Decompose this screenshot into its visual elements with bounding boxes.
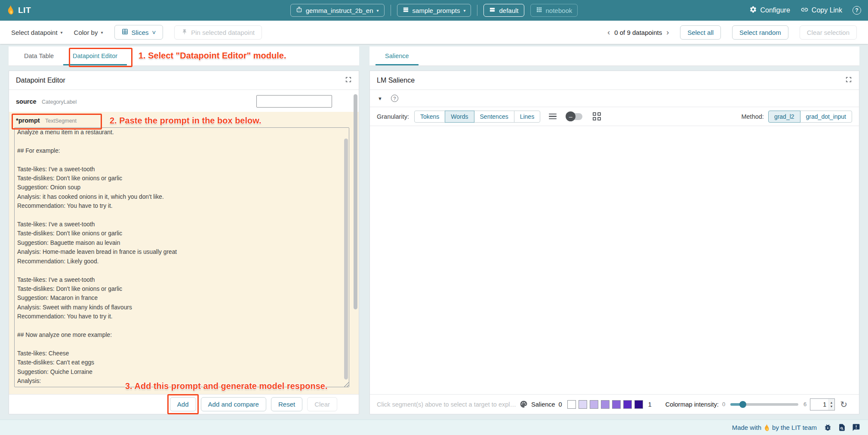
select-datapoint-menu[interactable]: Select datapoint ▾	[11, 29, 63, 36]
clear-button[interactable]: Clear	[307, 397, 337, 411]
palette-icon	[520, 400, 528, 408]
link-icon	[800, 6, 809, 15]
prompt-field-name: *prompt	[16, 117, 40, 124]
salience-label: Salience	[531, 401, 555, 408]
caret-down-icon: ▾	[61, 30, 63, 35]
left-tabstrip: Data Table Datapoint Editor 1. Select "D…	[9, 46, 359, 66]
datapoint-editor-body: source CategoryLabel *prompt TextSegment…	[9, 90, 359, 394]
bug-report-icon[interactable]	[824, 423, 832, 432]
colormap-swatch	[590, 400, 598, 409]
datapoint-editor-footer: Add Add and compare Reset Clear	[9, 394, 359, 414]
method-group: Method: grad_l2 grad_dot_input	[741, 111, 852, 123]
app-title: LIT	[18, 6, 31, 15]
dropdown-icon[interactable]: ▼	[378, 96, 382, 101]
number-stepper[interactable]: ▲ ▼	[828, 399, 834, 410]
colormap-intensity-slider[interactable]	[730, 403, 798, 406]
left-column: Data Table Datapoint Editor 1. Select "D…	[9, 46, 359, 414]
flame-icon	[7, 5, 14, 16]
salience-footer: Click segment(s) above to select a targe…	[370, 394, 859, 414]
add-and-compare-button[interactable]: Add and compare	[201, 397, 266, 411]
tab-data-table[interactable]: Data Table	[15, 46, 63, 65]
module-title: Datapoint Editor	[16, 77, 65, 84]
source-field-row: source CategoryLabel	[9, 90, 359, 112]
salience-swatches	[567, 400, 643, 409]
model-name: gemma_instruct_2b_en	[306, 7, 373, 14]
dataset-name: sample_prompts	[412, 7, 460, 14]
reset-intensity-icon[interactable]: ↻	[840, 400, 847, 409]
feedback-icon[interactable]	[852, 423, 860, 432]
select-random-button[interactable]: Select random	[732, 25, 788, 40]
right-tabstrip: Salience	[369, 46, 859, 66]
main-area: Data Table Datapoint Editor 1. Select "D…	[0, 44, 868, 420]
selection-toolbar: Select datapoint ▾ Color by ▾ Slices ˅ P…	[0, 21, 868, 44]
source-input[interactable]	[256, 95, 332, 108]
footer-credit: Made with by the LIT team	[732, 424, 817, 431]
top-bar-center: gemma_instruct_2b_en ▾ sample_prompts ▾ …	[188, 4, 680, 17]
method-grad-dot-input[interactable]: grad_dot_input	[800, 111, 852, 123]
top-bar: LIT gemma_instruct_2b_en ▾ sample_prompt…	[0, 0, 868, 21]
model-selector[interactable]: gemma_instruct_2b_en ▾	[290, 4, 385, 17]
color-by-menu[interactable]: Color by ▾	[74, 29, 103, 36]
intensity-value-input[interactable]	[810, 399, 828, 410]
layout-tab-notebook[interactable]: notebook	[530, 4, 578, 17]
granularity-lines[interactable]: Lines	[514, 111, 540, 123]
select-all-button[interactable]: Select all	[680, 25, 721, 40]
chevron-down-icon: ˅	[152, 29, 156, 36]
method-grad-l2[interactable]: grad_l2	[768, 111, 800, 123]
colormap-swatch	[634, 400, 643, 409]
granularity-segmented-control: Tokens Words Sentences Lines	[414, 111, 540, 123]
granularity-tokens[interactable]: Tokens	[414, 111, 445, 123]
granularity-words[interactable]: Words	[445, 111, 474, 123]
help-icon[interactable]: ?	[391, 95, 398, 102]
scale-min: 0	[559, 401, 562, 408]
copy-link-button[interactable]: Copy Link	[800, 6, 842, 15]
dataset-selector[interactable]: sample_prompts ▾	[397, 4, 471, 17]
spinner-down-icon[interactable]: ▼	[830, 405, 833, 408]
granularity-sentences[interactable]: Sentences	[474, 111, 514, 123]
prev-datapoint-icon[interactable]: ‹	[607, 28, 610, 37]
salience-controls-row: ▼ ?	[370, 90, 859, 107]
grid-icon	[536, 6, 542, 14]
lit-app: LIT gemma_instruct_2b_en ▾ sample_prompt…	[0, 0, 868, 435]
prompt-textarea[interactable]: Analyze a menu item in a restaurant. ## …	[14, 127, 349, 387]
layout-tab-default[interactable]: default	[483, 4, 524, 17]
textarea-scrollbar[interactable]	[344, 139, 348, 379]
next-datapoint-icon[interactable]: ›	[666, 28, 669, 37]
configure-button[interactable]: Configure	[749, 6, 790, 15]
slider-knob[interactable]	[739, 401, 746, 408]
method-label: Method:	[741, 113, 763, 120]
colormap-swatch	[567, 400, 576, 409]
align-lines-icon[interactable]	[549, 114, 557, 120]
flame-icon	[764, 424, 770, 431]
app-footer: Made with by the LIT team	[0, 420, 868, 435]
spinner-up-icon[interactable]: ▲	[830, 401, 833, 404]
add-button[interactable]: Add	[170, 397, 196, 411]
prompt-field-type: TextSegment	[45, 118, 77, 124]
reset-button[interactable]: Reset	[271, 397, 302, 411]
grid-view-icon[interactable]	[593, 112, 601, 120]
tab-datapoint-editor[interactable]: Datapoint Editor	[63, 46, 127, 65]
prompt-textarea-wrap: Analyze a menu item in a restaurant. ## …	[14, 127, 349, 387]
help-icon[interactable]: ?	[853, 6, 861, 15]
intensity-min: 0	[722, 401, 725, 407]
toggle-knob-icon[interactable]: –	[566, 111, 576, 121]
module-scrollbar[interactable]	[354, 94, 357, 309]
expand-icon[interactable]	[345, 76, 352, 85]
scale-max: 1	[648, 401, 652, 408]
caret-down-icon: ▾	[377, 8, 379, 13]
divider	[391, 5, 391, 16]
slices-button[interactable]: Slices ˅	[114, 25, 163, 40]
expand-icon[interactable]	[845, 76, 852, 85]
module-title: LM Salience	[377, 77, 415, 84]
annotation-step3: 3. Add this prompt and generate model re…	[125, 381, 327, 391]
tab-salience[interactable]: Salience	[376, 46, 419, 65]
pin-icon	[182, 29, 188, 36]
clear-selection-button[interactable]: Clear selection	[800, 25, 857, 40]
model-card-icon[interactable]	[838, 423, 846, 432]
slices-grid-icon	[122, 28, 128, 36]
intensity-max: 6	[803, 401, 806, 407]
datapoint-editor-module: Datapoint Editor source CategoryLabel	[9, 71, 359, 414]
intensity-number-input: ▲ ▼	[810, 398, 835, 410]
pin-datapoint-button[interactable]: Pin selected datapoint	[174, 25, 262, 40]
dense-view-toggle[interactable]: –	[567, 113, 582, 120]
